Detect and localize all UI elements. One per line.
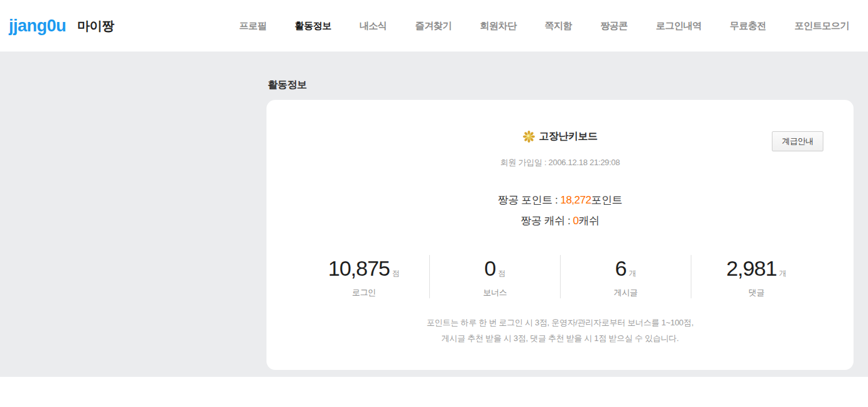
stat-bonus: 0점 보너스: [429, 255, 560, 298]
stat-posts: 6개 게시글: [560, 255, 691, 298]
stat-posts-unit: 개: [629, 269, 636, 278]
stat-login-value: 10,875: [328, 256, 390, 280]
nav-item-profile[interactable]: 프로필: [239, 20, 267, 32]
stat-posts-value: 6: [615, 256, 627, 280]
nav-item-collect-points[interactable]: 포인트모으기: [794, 20, 849, 32]
user-row: 고장난키보드: [266, 130, 854, 143]
jjanggong-cash-line: 짱공 캐쉬 : 0캐쉬: [266, 210, 854, 231]
point-value: 18,272: [560, 194, 591, 206]
join-date: 회원 가입일 : 2006.12.18 21:29:08: [266, 157, 854, 168]
rank-flower-badge-icon: [523, 131, 535, 143]
nav-item-free-charge[interactable]: 무료충전: [730, 20, 766, 32]
stats-row: 10,875점 로그인 0점 보너스 6개 게시글: [266, 255, 854, 298]
point-unit: 포인트: [591, 194, 622, 206]
cash-unit: 캐쉬: [578, 215, 599, 227]
stat-comments-unit: 개: [779, 269, 787, 278]
stat-login-unit: 점: [392, 269, 400, 278]
username: 고장난키보드: [539, 130, 598, 143]
nav-item-blocked-members[interactable]: 회원차단: [480, 20, 517, 32]
stat-comments-label: 댓글: [691, 287, 821, 298]
nav-item-favorites[interactable]: 즐겨찾기: [415, 20, 452, 32]
points-block: 짱공 포인트 : 18,272포인트 짱공 캐쉬 : 0캐쉬: [266, 190, 854, 231]
nav-item-login-history[interactable]: 로그인내역: [656, 20, 702, 32]
stat-posts-label: 게시글: [561, 287, 691, 298]
stat-comments: 2,981개 댓글: [691, 255, 821, 298]
stat-comments-value: 2,981: [726, 256, 776, 280]
activity-info-card: 계급안내: [266, 100, 854, 370]
point-label: 짱공 포인트 :: [498, 194, 560, 206]
section-heading: 활동정보: [266, 79, 854, 92]
main-nav: 프로필 활동정보 내소식 즐겨찾기 회원차단 쪽지함 짱공콘 로그인내역 무료충…: [239, 20, 850, 32]
rank-guide-button[interactable]: 계급안내: [772, 131, 823, 151]
nav-item-my-news[interactable]: 내소식: [360, 20, 387, 32]
site-logo[interactable]: jjang0u: [9, 16, 66, 36]
stat-login: 10,875점 로그인: [299, 255, 429, 298]
cash-label: 짱공 캐쉬 :: [521, 215, 573, 227]
stat-bonus-unit: 점: [498, 269, 505, 278]
content-background: 활동정보 계급안내: [0, 52, 868, 377]
top-header: jjang0u 마이짱 프로필 활동정보 내소식 즐겨찾기 회원차단 쪽지함 짱…: [0, 0, 868, 52]
nav-item-message-box[interactable]: 쪽지함: [545, 20, 573, 32]
nav-item-jjanggong-con[interactable]: 짱공콘: [600, 20, 628, 32]
join-date-value: 2006.12.18 21:29:08: [549, 158, 620, 167]
join-date-label: 회원 가입일 :: [500, 158, 546, 167]
stat-bonus-value: 0: [485, 256, 496, 280]
points-notice: 포인트는 하루 한 번 로그인 시 3점, 운영자/관리자로부터 보너스를 1~…: [266, 315, 854, 346]
jjanggong-point-line: 짱공 포인트 : 18,272포인트: [266, 190, 854, 210]
stat-bonus-label: 보너스: [430, 287, 560, 298]
page-title: 마이짱: [77, 18, 114, 35]
points-notice-line1: 포인트는 하루 한 번 로그인 시 3점, 운영자/관리자로부터 보너스를 1~…: [266, 315, 854, 330]
stat-login-label: 로그인: [299, 287, 429, 298]
nav-item-activity-info[interactable]: 활동정보: [295, 20, 331, 32]
points-notice-line2: 게시글 추천 받을 시 3점, 댓글 추천 받을 시 1점 받으실 수 있습니다…: [266, 330, 854, 346]
